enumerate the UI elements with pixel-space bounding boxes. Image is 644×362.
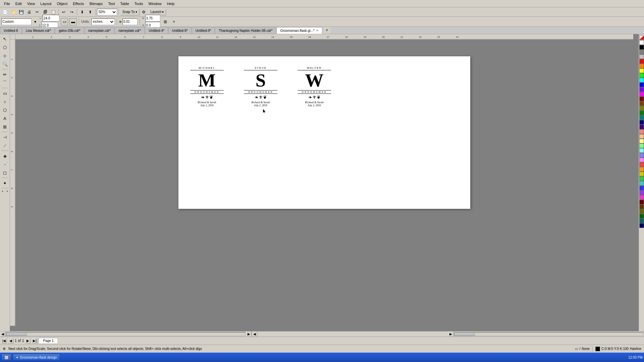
tab-thanksgiving[interactable]: Thanksgiving Napkin Holder-06.cdr* bbox=[215, 27, 276, 34]
color-amber[interactable] bbox=[639, 167, 644, 172]
color-magenta[interactable] bbox=[639, 92, 644, 97]
menu-file[interactable]: File bbox=[1, 1, 13, 6]
ellipse-tool[interactable]: ○ bbox=[1, 98, 9, 106]
color-light-red[interactable] bbox=[639, 129, 644, 134]
color-light-cyan[interactable] bbox=[639, 148, 644, 153]
eraser-tool[interactable]: ◻ bbox=[1, 169, 9, 177]
menu-bitmaps[interactable]: Bitmaps bbox=[87, 1, 106, 6]
tab-untitled9[interactable]: Untitled-9* bbox=[192, 27, 215, 34]
import-button[interactable]: ⬇ bbox=[78, 8, 86, 16]
color-dark-teal[interactable] bbox=[639, 219, 644, 223]
landscape-button[interactable]: ▬ bbox=[69, 18, 77, 25]
color-navy[interactable] bbox=[639, 120, 644, 125]
color-light-green[interactable] bbox=[639, 143, 644, 148]
last-page-button[interactable]: ▶| bbox=[32, 338, 37, 344]
color-dark-red[interactable] bbox=[639, 200, 644, 204]
open-button[interactable]: 📁 bbox=[9, 8, 17, 16]
color-gray[interactable] bbox=[639, 50, 644, 54]
width-input[interactable] bbox=[43, 15, 59, 21]
prev-page-button[interactable]: ◀ bbox=[8, 338, 13, 344]
color-silver[interactable] bbox=[639, 54, 644, 59]
color-coral[interactable] bbox=[639, 162, 644, 167]
menu-table[interactable]: Table bbox=[118, 1, 132, 6]
rectangle-tool[interactable]: ▭ bbox=[1, 89, 9, 97]
menu-edit[interactable]: Edit bbox=[13, 1, 24, 6]
new-doc-tab-button[interactable]: + bbox=[323, 27, 331, 34]
fill-tool[interactable]: ◈ bbox=[1, 152, 9, 160]
zoom-dropdown[interactable]: 50% 100% 200% 75% 25% bbox=[97, 9, 117, 15]
add-guide-v-button[interactable]: + bbox=[5, 189, 9, 193]
units-select[interactable]: inches mm cm bbox=[91, 18, 115, 25]
color-medium-cyan[interactable] bbox=[639, 181, 644, 186]
color-indigo[interactable] bbox=[639, 125, 644, 129]
color-gold[interactable] bbox=[639, 172, 644, 176]
zoom-tool[interactable]: 🔍 bbox=[1, 60, 9, 68]
portrait-button[interactable]: ▭ bbox=[61, 18, 68, 25]
nudge-input[interactable] bbox=[122, 18, 138, 25]
snap-to-button[interactable]: Snap To ▾ bbox=[120, 9, 140, 15]
color-red[interactable] bbox=[639, 59, 644, 64]
tab-galvo[interactable]: galvo-03b.cdr* bbox=[55, 27, 84, 34]
page-size-button[interactable]: ⊞ bbox=[162, 18, 169, 25]
select-tool[interactable]: ↖ bbox=[1, 35, 9, 43]
color-peach[interactable] bbox=[639, 134, 644, 139]
launch-button[interactable]: Launch ▾ bbox=[148, 9, 166, 15]
first-page-button[interactable]: |◀ bbox=[1, 338, 7, 344]
color-green[interactable] bbox=[639, 111, 644, 115]
text-tool[interactable]: A bbox=[1, 114, 9, 122]
freehand-tool[interactable]: ✏ bbox=[1, 70, 9, 78]
color-medium-green[interactable] bbox=[639, 176, 644, 181]
color-dark-green[interactable] bbox=[639, 214, 644, 219]
taskbar-start-button[interactable]: 🪟 bbox=[1, 354, 11, 361]
color-yellow[interactable] bbox=[639, 68, 644, 73]
color-olive[interactable] bbox=[639, 106, 644, 111]
color-light-yellow[interactable] bbox=[639, 139, 644, 143]
color-violet[interactable] bbox=[639, 190, 644, 195]
tab-close-icon[interactable]: ✕ bbox=[316, 29, 319, 32]
smart-draw-tool[interactable]: ⌒ bbox=[1, 79, 9, 87]
table-tool[interactable]: ⊞ bbox=[1, 123, 9, 131]
color-dark-brown[interactable] bbox=[639, 204, 644, 209]
h-scrollbar-thumb[interactable] bbox=[6, 333, 26, 336]
connector-tool[interactable]: ⟋ bbox=[1, 141, 9, 149]
undo-button[interactable]: ↩ bbox=[60, 8, 67, 16]
menu-help[interactable]: Help bbox=[164, 1, 177, 6]
tab-nameplate1[interactable]: nameplate.cdr* bbox=[85, 27, 114, 34]
color-purple[interactable] bbox=[639, 87, 644, 92]
menu-object[interactable]: Object bbox=[54, 1, 70, 6]
expand-right-button[interactable]: ▶ bbox=[448, 331, 453, 337]
menu-effects[interactable]: Effects bbox=[70, 1, 87, 6]
tab-lisa-weaver[interactable]: Lisa Weaver.cdr* bbox=[22, 27, 55, 34]
color-blue[interactable] bbox=[639, 82, 644, 87]
color-light-blue[interactable] bbox=[639, 153, 644, 158]
preset-chevron-icon[interactable]: ▾ bbox=[33, 18, 38, 25]
eyedropper-tool[interactable]: 💉 bbox=[1, 160, 9, 168]
menu-layout[interactable]: Layout bbox=[38, 1, 54, 6]
tab-groomsman[interactable]: Groomsman-flask-gi...*✕ bbox=[276, 27, 322, 34]
add-guide-h-button[interactable]: + bbox=[1, 189, 5, 193]
color-cyan[interactable] bbox=[639, 78, 644, 82]
color-maroon[interactable] bbox=[639, 97, 644, 101]
menu-window[interactable]: Window bbox=[146, 1, 164, 6]
next-page-button[interactable]: ▶ bbox=[25, 338, 31, 344]
add-page-button[interactable]: + bbox=[170, 18, 178, 25]
tab-untitled4[interactable]: Untitled-4* bbox=[145, 27, 168, 34]
print-button[interactable]: 🖨 bbox=[25, 8, 33, 16]
tab-untitled8[interactable]: Untitled-8* bbox=[168, 27, 192, 34]
node-tool[interactable]: ⬡ bbox=[1, 43, 9, 51]
v-scrollbar-thumb[interactable] bbox=[454, 333, 475, 336]
color-light-magenta[interactable] bbox=[639, 158, 644, 162]
scroll-right-button[interactable]: ▶ bbox=[246, 331, 252, 337]
color-black[interactable] bbox=[639, 45, 644, 50]
crop-tool[interactable]: ⊹ bbox=[1, 52, 9, 60]
color-white[interactable] bbox=[639, 40, 644, 45]
polygon-tool[interactable]: ⬡ bbox=[1, 106, 9, 114]
tab-nameplate2[interactable]: nameplate.cdr* bbox=[115, 27, 145, 34]
color-brown[interactable] bbox=[639, 101, 644, 106]
effects-tool[interactable]: ✦ bbox=[1, 179, 9, 187]
color-teal[interactable] bbox=[639, 115, 644, 120]
no-color-swatch[interactable] bbox=[639, 35, 644, 40]
save-button[interactable]: 💾 bbox=[17, 8, 25, 16]
redo-button[interactable]: ↪ bbox=[68, 8, 75, 16]
taskbar-app-button[interactable]: ✦ Groomsman-flask design bbox=[13, 354, 60, 361]
